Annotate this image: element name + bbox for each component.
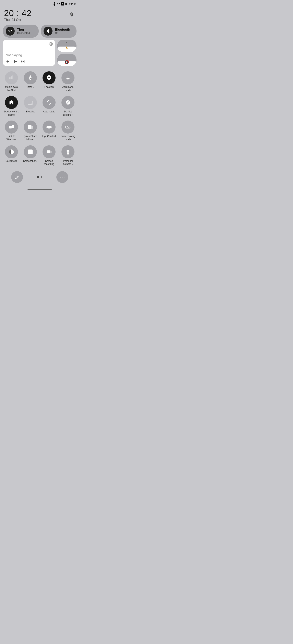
auto-brightness-icon: A xyxy=(66,41,68,44)
svg-marker-32 xyxy=(51,151,52,153)
tile-label-text-aeroplane: Aeroplane mode xyxy=(59,86,77,92)
svg-point-11 xyxy=(51,44,51,44)
tile-label-screen-recording: Screen xyxy=(45,160,53,162)
prev-button[interactable]: ⏮ xyxy=(6,59,10,64)
wifi-icon-circle xyxy=(6,27,15,36)
clock-time: 20 : 42 xyxy=(4,8,32,18)
svg-rect-18 xyxy=(9,126,12,128)
wifi-tile[interactable]: Thor Connected xyxy=(3,24,39,38)
tile-link-to-windows[interactable]: Link toWindows xyxy=(2,118,21,143)
svg-rect-33 xyxy=(67,153,69,154)
svg-rect-22 xyxy=(30,126,32,129)
svg-rect-17 xyxy=(31,103,32,104)
bluetooth-text: Bluetooth On xyxy=(55,28,70,34)
tile-icon-circle-auto-rotate xyxy=(43,96,56,109)
tile-power-saving[interactable]: Power savingmode xyxy=(59,118,78,143)
tile-label-text-do-not-disturb: Do NotDisturb ▾ xyxy=(63,110,73,116)
quick-tiles-grid: Mobile dataNo SIM Torch ▾ Location Aerop… xyxy=(0,68,79,169)
dot-1 xyxy=(37,176,39,178)
tile-location[interactable]: Location xyxy=(40,69,59,94)
tile-label-text-screenshot: Screenshot ▾ xyxy=(23,160,37,163)
svg-line-1 xyxy=(59,3,60,5)
tile-label-quick-share: Quick Share xyxy=(24,135,37,138)
tile-label-torch: Torch xyxy=(27,86,32,88)
bluetooth-title: Bluetooth xyxy=(55,28,70,32)
tile-torch[interactable]: Torch ▾ xyxy=(21,69,40,94)
tile-screen-recording[interactable]: Screenrecording xyxy=(40,143,59,168)
brightness-slider[interactable]: ☀ A xyxy=(57,40,77,52)
media-player-tile[interactable]: Not playing ⏮ ▶ ⏭ xyxy=(3,40,55,66)
tile-eye-comfort[interactable]: Eye Comfort xyxy=(40,118,59,143)
tile-icon-circle-power-saving xyxy=(62,120,75,134)
media-row: Not playing ⏮ ▶ ⏭ ☀ A 🔇 xyxy=(0,40,79,68)
svg-point-37 xyxy=(64,177,65,178)
tile-e-wallet[interactable]: E-wallet xyxy=(21,94,40,118)
tile-quick-share[interactable]: Quick ShareHidden xyxy=(21,118,40,143)
cast-icon xyxy=(49,42,53,47)
clock-row: 20 : 42 Thu, 24 Oct xyxy=(0,7,79,24)
tile-icon-circle-e-wallet xyxy=(24,96,37,109)
tile-label-e-wallet: E-wallet xyxy=(26,110,35,113)
tile-icon-circle-location xyxy=(43,71,56,84)
tile-screenshot[interactable]: Screenshot ▾ xyxy=(21,143,40,168)
tile-icon-circle-eye-comfort xyxy=(43,120,56,134)
svg-rect-13 xyxy=(30,78,31,79)
tile-device-control[interactable]: Device cont...Home xyxy=(2,94,21,118)
tile-icon-circle-device-control xyxy=(5,96,18,109)
tile-label-location: Location xyxy=(45,86,54,88)
tile-aeroplane[interactable]: Aeroplane mode xyxy=(59,69,78,94)
tile-dropdown-do-not-disturb: ▾ xyxy=(72,114,73,116)
svg-rect-16 xyxy=(28,101,33,104)
page-indicator xyxy=(37,176,42,178)
tile-icon-circle-do-not-disturb xyxy=(62,96,75,109)
tile-label-device-control: Home xyxy=(8,114,15,116)
settings-gear-button[interactable] xyxy=(68,12,75,19)
wifi-status-icon xyxy=(57,2,60,6)
tile-personal-hotspot[interactable]: Personalhotspot ▾ xyxy=(59,143,78,168)
tile-icon-circle-screen-recording xyxy=(43,145,56,158)
connectivity-row: Thor Connected Bluetooth On xyxy=(0,24,79,40)
tile-icon-circle-screenshot xyxy=(24,145,37,158)
next-button[interactable]: ⏭ xyxy=(21,59,25,64)
tile-label-do-not-disturb: Do Not xyxy=(64,110,72,113)
tile-label-do-not-disturb: Disturb xyxy=(63,114,71,116)
svg-text:★: ★ xyxy=(53,2,56,6)
more-button[interactable] xyxy=(56,171,68,183)
tile-icon-circle-mobile-data xyxy=(5,71,18,84)
tile-label-text-eye-comfort: Eye Comfort xyxy=(42,135,56,138)
bluetooth-icon-circle xyxy=(44,27,53,36)
svg-point-23 xyxy=(49,126,50,128)
tile-label-personal-hotspot: Personal xyxy=(63,160,73,162)
tile-label-text-location: Location xyxy=(45,86,54,89)
volume-slider[interactable]: 🔇 xyxy=(57,54,77,66)
tile-label-text-auto-rotate: Auto-rotate xyxy=(43,110,55,114)
tile-label-power-saving: mode xyxy=(65,138,71,141)
not-playing-label: Not playing xyxy=(6,54,52,57)
tile-label-text-power-saving: Power savingmode xyxy=(61,135,75,141)
status-bar: ★ 31% xyxy=(0,0,79,7)
edit-button[interactable] xyxy=(11,171,23,183)
tile-auto-rotate[interactable]: Auto-rotate xyxy=(40,94,59,118)
home-bar xyxy=(28,189,52,190)
tile-label-link-to-windows: Link to xyxy=(8,135,15,138)
tile-label-text-mobile-data: Mobile dataNo SIM xyxy=(5,86,18,92)
tile-icon-circle-personal-hotspot xyxy=(62,145,75,158)
play-button[interactable]: ▶ xyxy=(14,59,17,64)
svg-rect-12 xyxy=(30,76,31,77)
status-icons: ★ 31% xyxy=(53,2,76,6)
tile-icon-circle-aeroplane xyxy=(62,71,75,84)
tile-mobile-data[interactable]: Mobile dataNo SIM xyxy=(2,69,21,94)
tile-label-screen-recording: recording xyxy=(44,163,54,166)
brightness-icon: ☀ xyxy=(65,46,69,50)
tile-label-aeroplane: Aeroplane mode xyxy=(62,86,74,92)
bluetooth-status-icon: ★ xyxy=(53,2,56,6)
tile-label-text-dark-mode: Dark mode xyxy=(6,160,18,163)
tile-label-personal-hotspot: hotspot xyxy=(63,163,71,166)
bluetooth-tile[interactable]: Bluetooth On xyxy=(41,24,77,38)
tile-dark-mode[interactable]: Dark mode xyxy=(2,143,21,168)
tile-icon-circle-quick-share xyxy=(24,120,37,134)
wifi-title: Thor xyxy=(17,28,30,32)
tile-label-text-quick-share: Quick ShareHidden xyxy=(24,135,37,141)
tile-do-not-disturb[interactable]: Do NotDisturb ▾ xyxy=(59,94,78,118)
tile-label-eye-comfort: Eye Comfort xyxy=(42,135,56,138)
